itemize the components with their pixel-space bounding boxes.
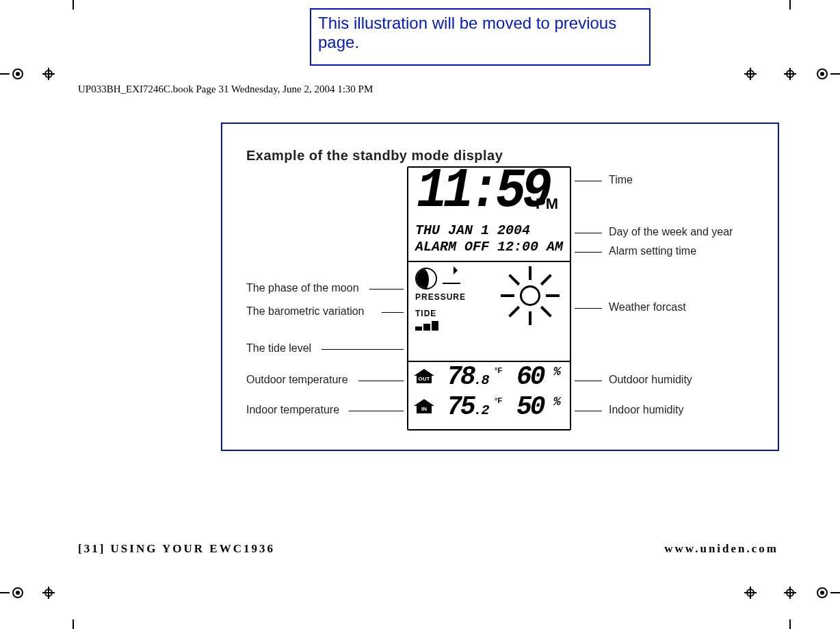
editor-note: This illustration will be moved to previ… bbox=[310, 8, 651, 66]
callout-day-year: Day of the week and year bbox=[609, 226, 733, 238]
sun-icon bbox=[501, 266, 560, 325]
out-temp: 78.8 bbox=[447, 362, 489, 391]
footer-right: www.uniden.com bbox=[664, 542, 778, 556]
footer-left: [31] USING YOUR EWC1936 bbox=[78, 542, 275, 556]
in-temp: 75.2 bbox=[447, 392, 489, 422]
reg-dot-icon bbox=[817, 68, 828, 79]
tide-bars-icon bbox=[415, 318, 440, 331]
crop-edge bbox=[789, 619, 791, 629]
leader-line bbox=[575, 181, 602, 182]
callout-baro: The barometric variation bbox=[246, 305, 365, 318]
reg-cross-icon bbox=[784, 68, 796, 80]
leader-line bbox=[358, 381, 404, 382]
out-hum-unit: % bbox=[553, 365, 561, 378]
lcd-display: 11:59 PM THU JAN 1 2004 ALARM OFF 12:00 … bbox=[407, 166, 571, 431]
out-hum: 60 bbox=[516, 362, 544, 391]
reg-dot-icon bbox=[12, 68, 23, 79]
out-temp-unit: °F bbox=[495, 366, 502, 374]
house-in-icon: IN bbox=[414, 399, 434, 414]
callout-in-temp: Indoor temperature bbox=[246, 404, 339, 416]
lcd-time: 11:59 bbox=[417, 159, 548, 222]
leader-line bbox=[575, 233, 602, 234]
reg-cross-icon bbox=[42, 68, 55, 80]
leader-line bbox=[575, 252, 602, 253]
leader-line bbox=[575, 381, 602, 382]
crop-edge bbox=[0, 73, 10, 75]
crop-edge bbox=[830, 73, 840, 75]
leader-line bbox=[575, 308, 602, 309]
lcd-alarm-line: ALARM OFF 12:00 AM bbox=[415, 239, 563, 255]
callout-alarm: Alarm setting time bbox=[609, 245, 696, 257]
leader-line bbox=[369, 289, 404, 290]
tide-label: TIDE bbox=[415, 309, 436, 318]
crop-edge bbox=[789, 0, 791, 10]
callout-time: Time bbox=[609, 174, 633, 186]
leader-line bbox=[382, 312, 404, 313]
crop-edge bbox=[73, 0, 74, 10]
house-out-icon: OUT bbox=[414, 369, 434, 384]
in-hum-unit: % bbox=[553, 395, 561, 409]
leader-line bbox=[575, 411, 602, 412]
callout-out-temp: Outdoor temperature bbox=[246, 374, 348, 386]
moon-phase-icon bbox=[415, 268, 437, 290]
crop-edge bbox=[0, 592, 10, 593]
in-hum: 50 bbox=[516, 392, 544, 422]
in-temp-unit: °F bbox=[495, 396, 502, 405]
running-header: UP033BH_EXI7246C.book Page 31 Wednesday,… bbox=[78, 84, 373, 95]
pressure-label: PRESSURE bbox=[415, 292, 466, 302]
reg-cross-icon bbox=[744, 587, 757, 599]
crop-edge bbox=[830, 592, 840, 593]
leader-line bbox=[349, 411, 404, 412]
crop-edge bbox=[73, 619, 74, 629]
lcd-ampm: PM bbox=[536, 195, 558, 213]
callout-out-hum: Outdoor humidity bbox=[609, 374, 692, 386]
reg-dot-icon bbox=[817, 587, 828, 598]
pressure-trend-icon bbox=[443, 270, 460, 284]
leader-line bbox=[321, 349, 404, 350]
reg-dot-icon bbox=[12, 587, 23, 598]
callout-in-hum: Indoor humidity bbox=[609, 404, 683, 416]
lcd-date-line: THU JAN 1 2004 bbox=[415, 222, 530, 238]
reg-cross-icon bbox=[744, 68, 757, 80]
reg-cross-icon bbox=[42, 587, 55, 599]
callout-moon: The phase of the moon bbox=[246, 282, 359, 294]
reg-cross-icon bbox=[784, 587, 796, 599]
callout-tide: The tide level bbox=[246, 342, 311, 355]
callout-weather: Weather forcast bbox=[609, 301, 686, 313]
